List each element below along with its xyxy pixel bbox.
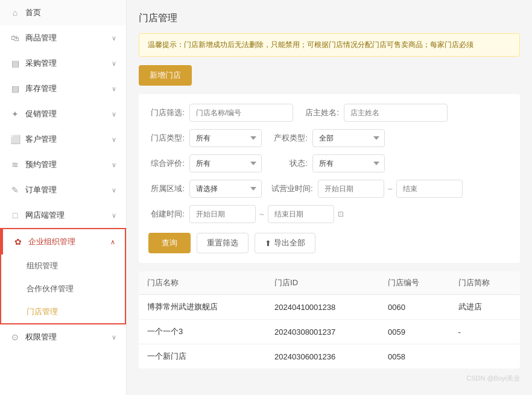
cell-code: 0059 xyxy=(379,320,449,344)
sidebar-item-webstore[interactable]: □ 网店端管理 ∨ xyxy=(0,203,126,228)
status-group: 状态: 所有 xyxy=(271,154,385,172)
sidebar-item-customer[interactable]: ⬜ 客户管理 ∨ xyxy=(0,127,126,152)
cell-name: 博莽常州武进旗舰店 xyxy=(139,295,266,320)
trial-label: 试营业时间: xyxy=(271,183,313,194)
org-sub-menu: 组织管理 合作伙伴管理 门店管理 xyxy=(1,254,125,323)
org-icon: ✿ xyxy=(13,236,24,247)
sidebar-item-promotion[interactable]: ✦ 促销管理 ∨ xyxy=(0,101,126,127)
export-label: 导出全部 xyxy=(274,238,305,248)
table-row: 一个新门店202403060012360058 xyxy=(139,344,520,369)
chevron-down-icon: ∨ xyxy=(112,212,116,220)
sidebar: ⌂ 首页 🛍 商品管理 ∨ ▤ 采购管理 ∨ ▤ 库存管理 ∨ ✦ 促销管理 ∨… xyxy=(0,0,127,395)
status-label: 状态: xyxy=(271,158,308,169)
cell-short: 武进店 xyxy=(450,295,520,320)
rating-group: 综合评价: 所有 xyxy=(148,154,262,172)
goods-icon: 🛍 xyxy=(10,33,21,43)
store-filter-label: 门店筛选: xyxy=(148,107,185,118)
region-label: 所属区域: xyxy=(148,183,185,194)
owner-name-group: 店主姓名: xyxy=(303,104,448,122)
sidebar-item-home[interactable]: ⌂ 首页 xyxy=(0,0,126,25)
sidebar-item-label: 首页 xyxy=(25,7,41,18)
sidebar-item-inventory[interactable]: ▤ 库存管理 ∨ xyxy=(0,76,126,101)
sidebar-item-label: 促销管理 xyxy=(25,109,57,119)
owner-name-input[interactable] xyxy=(344,104,448,122)
sidebar-item-purchase[interactable]: ▤ 采购管理 ∨ xyxy=(0,51,126,76)
table-row: 一个一个3202403080012370059- xyxy=(139,320,520,344)
sidebar-item-label: 客户管理 xyxy=(25,134,57,145)
promotion-icon: ✦ xyxy=(10,109,21,119)
sidebar-item-label: 网店端管理 xyxy=(25,210,65,221)
sidebar-item-label: 预约管理 xyxy=(25,159,57,170)
sidebar-item-permission[interactable]: ⊙ 权限管理 ∨ xyxy=(0,324,126,350)
rating-label: 综合评价: xyxy=(148,158,185,169)
export-button[interactable]: ⬆ 导出全部 xyxy=(255,233,315,253)
cell-name: 一个一个3 xyxy=(139,320,266,344)
cell-short: - xyxy=(450,320,520,344)
trial-start-input[interactable] xyxy=(318,180,384,198)
order-icon: ✎ xyxy=(10,185,21,195)
sidebar-item-label: 采购管理 xyxy=(25,58,57,69)
store-type-label: 门店类型: xyxy=(148,133,185,144)
cell-short xyxy=(450,344,520,369)
chevron-down-icon: ∨ xyxy=(112,161,116,169)
action-row: 查询 重置筛选 ⬆ 导出全部 xyxy=(148,230,510,253)
property-type-group: 产权类型: 全部 xyxy=(271,129,385,147)
create-date-range: ～ ⊡ xyxy=(189,205,344,223)
table-row: 博莽常州武进旗舰店202404100012380060武进店 xyxy=(139,295,520,320)
sidebar-item-label: 商品管理 xyxy=(25,33,57,43)
permission-icon: ⊙ xyxy=(10,332,21,343)
inventory-icon: ▤ xyxy=(10,83,21,94)
reset-button[interactable]: 重置筛选 xyxy=(197,233,249,253)
property-type-label: 产权类型: xyxy=(271,133,308,144)
sidebar-item-label: 企业组织管理 xyxy=(28,236,75,247)
rating-select[interactable]: 所有 xyxy=(189,154,262,172)
sub-item-label: 门店管理 xyxy=(27,307,58,316)
chevron-up-icon: ∧ xyxy=(110,238,115,246)
chevron-down-icon: ∨ xyxy=(112,136,116,144)
trial-date-range: ～ xyxy=(318,180,463,198)
status-select[interactable]: 所有 xyxy=(312,154,385,172)
sub-item-label: 组织管理 xyxy=(27,261,58,270)
store-filter-group: 门店筛选: xyxy=(148,104,293,122)
webstore-icon: □ xyxy=(10,210,21,221)
cell-code: 0060 xyxy=(379,295,449,320)
purchase-icon: ▤ xyxy=(10,58,21,69)
org-section: ✿ 企业组织管理 ∧ 组织管理 合作伙伴管理 门店管理 xyxy=(0,228,126,324)
region-select[interactable]: 请选择 xyxy=(189,180,262,198)
filter-row-2: 门店类型: 所有 产权类型: 全部 xyxy=(148,129,510,147)
col-header-code: 门店编号 xyxy=(379,271,449,295)
sidebar-item-label: 订单管理 xyxy=(25,185,57,195)
page-title: 门店管理 xyxy=(139,12,520,25)
sidebar-item-label: 库存管理 xyxy=(25,83,57,94)
trial-date-separator: ～ xyxy=(387,184,394,194)
query-button[interactable]: 查询 xyxy=(148,233,191,253)
reservation-icon: ≋ xyxy=(10,159,21,170)
add-store-button[interactable]: 新增门店 xyxy=(139,65,192,86)
filter-row-5: 创建时间: ～ ⊡ xyxy=(148,205,510,223)
store-filter-input[interactable] xyxy=(189,104,293,122)
sidebar-item-reservation[interactable]: ≋ 预约管理 ∨ xyxy=(0,152,126,177)
owner-name-label: 店主姓名: xyxy=(303,107,339,118)
chevron-down-icon: ∨ xyxy=(112,186,116,194)
filter-section: 门店筛选: 店主姓名: 门店类型: 所有 产权类型: 全部 xyxy=(139,94,520,263)
customer-icon: ⬜ xyxy=(10,134,21,145)
create-end-input[interactable] xyxy=(268,205,334,223)
sidebar-item-order[interactable]: ✎ 订单管理 ∨ xyxy=(0,177,126,203)
sidebar-sub-item-org-manage[interactable]: 组织管理 xyxy=(1,254,125,277)
filter-row-3: 综合评价: 所有 状态: 所有 xyxy=(148,154,510,172)
trial-group: 试营业时间: ～ xyxy=(271,180,463,198)
create-start-input[interactable] xyxy=(189,205,256,223)
sidebar-sub-item-partner-manage[interactable]: 合作伙伴管理 xyxy=(1,277,125,300)
store-type-select[interactable]: 所有 xyxy=(189,129,262,147)
trial-end-input[interactable] xyxy=(396,180,463,198)
chevron-down-icon: ∨ xyxy=(112,110,116,118)
cell-id: 20240308001237 xyxy=(266,320,379,344)
notice-banner: 温馨提示：门店新增成功后无法删除，只能禁用；可根据门店情况分配门店可售卖商品；每… xyxy=(139,33,520,57)
sidebar-item-goods[interactable]: 🛍 商品管理 ∨ xyxy=(0,25,126,51)
sidebar-item-org[interactable]: ✿ 企业组织管理 ∧ xyxy=(1,229,125,254)
sidebar-sub-item-store-manage[interactable]: 门店管理 xyxy=(1,300,125,323)
sidebar-item-label: 权限管理 xyxy=(25,332,57,343)
chevron-down-icon: ∨ xyxy=(112,333,116,341)
cell-code: 0058 xyxy=(379,344,449,369)
property-type-select[interactable]: 全部 xyxy=(312,129,385,147)
